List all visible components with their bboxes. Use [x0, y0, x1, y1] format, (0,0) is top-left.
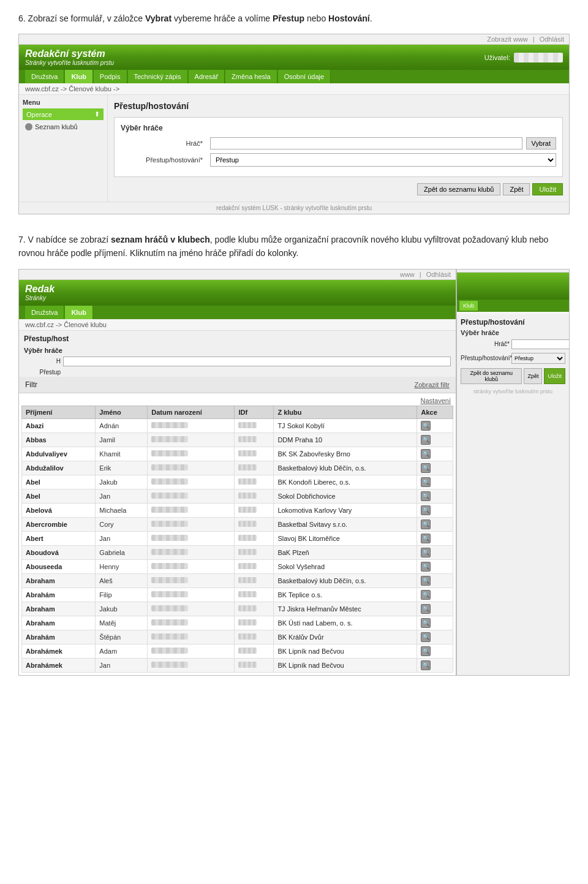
sc2-nav-druzstva[interactable]: Družstva — [25, 306, 64, 319]
table-row[interactable]: AbdužalilovErikBasketbalový klub Děčín, … — [22, 461, 453, 475]
sc2-right-zpet-btn[interactable]: Zpět — [524, 368, 542, 384]
action-search-icon[interactable]: 🔍 — [421, 435, 431, 445]
zpet-seznam-button[interactable]: Zpět do seznamu klubů — [417, 183, 500, 195]
cell-jmeno[interactable]: Jakub — [96, 475, 148, 489]
cell-jmeno[interactable]: Khamit — [96, 447, 148, 461]
cell-jmeno[interactable]: Jan — [96, 489, 148, 503]
action-search-icon[interactable]: 🔍 — [421, 576, 431, 586]
cell-akce[interactable]: 🔍 — [417, 658, 453, 672]
table-row[interactable]: AbelJanSokol Dobřichovice🔍 — [22, 489, 453, 503]
vybrat-button[interactable]: Vybrat — [526, 137, 556, 149]
cell-jmeno[interactable]: Jan — [96, 658, 148, 672]
table-row[interactable]: AbrahámekAdamBK Lipník nad Bečvou🔍 — [22, 644, 453, 658]
action-search-icon[interactable]: 🔍 — [421, 534, 431, 543]
table-row[interactable]: AbbasJamilDDM Praha 10🔍 — [22, 433, 453, 447]
action-search-icon[interactable]: 🔍 — [421, 505, 431, 515]
cell-akce[interactable]: 🔍 — [417, 517, 453, 531]
cell-akce[interactable]: 🔍 — [417, 630, 453, 644]
nav-podpis[interactable]: Podpis — [94, 70, 127, 83]
sidebar-seznam-klubu[interactable]: Seznam klubů — [23, 122, 104, 132]
action-search-icon[interactable]: 🔍 — [421, 548, 431, 557]
cell-akce[interactable]: 🔍 — [417, 531, 453, 545]
nav-technicky[interactable]: Technický zápis — [128, 70, 188, 83]
cell-akce[interactable]: 🔍 — [417, 602, 453, 616]
cell-jmeno[interactable]: Michaela — [96, 503, 148, 517]
action-search-icon[interactable]: 🔍 — [421, 463, 431, 473]
app1-topbar-www[interactable]: Zobrazit www — [487, 36, 528, 43]
table-row[interactable]: AbertJanSlavoj BK Litoměřice🔍 — [22, 531, 453, 545]
sc2-right-prestup-select[interactable]: Přestup — [511, 353, 565, 364]
cell-akce[interactable]: 🔍 — [417, 545, 453, 559]
table-row[interactable]: AbrahámFilipBK Teplice o.s.🔍 — [22, 587, 453, 602]
cell-jmeno[interactable]: Cory — [96, 517, 148, 531]
table-row[interactable]: AbouseedaHennySokol Vyšehrad🔍 — [22, 559, 453, 573]
nastaveni-link[interactable]: Nastavení — [420, 397, 451, 404]
cell-jmeno[interactable]: Gabriela — [96, 545, 148, 559]
zpet-button[interactable]: Zpět — [503, 183, 530, 195]
action-search-icon[interactable]: 🔍 — [421, 449, 431, 459]
cell-jmeno[interactable]: Adam — [96, 644, 148, 658]
cell-jmeno[interactable]: Henny — [96, 559, 148, 573]
table-row[interactable]: AbrahamMatějBK Ústí nad Labem, o. s.🔍 — [22, 616, 453, 630]
cell-jmeno[interactable]: Filip — [96, 587, 148, 602]
cell-akce[interactable]: 🔍 — [417, 616, 453, 630]
cell-akce[interactable]: 🔍 — [417, 573, 453, 587]
action-search-icon[interactable]: 🔍 — [421, 421, 431, 431]
cell-akce[interactable]: 🔍 — [417, 461, 453, 475]
nav-osobni[interactable]: Osobní údaje — [278, 70, 331, 83]
sc2-topbar-odhlasit[interactable]: Odhlásit — [426, 271, 451, 278]
cell-jmeno[interactable]: Jamil — [96, 433, 148, 447]
action-search-icon[interactable]: 🔍 — [421, 519, 431, 529]
cell-jmeno[interactable]: Erik — [96, 461, 148, 475]
cell-akce[interactable]: 🔍 — [417, 587, 453, 602]
action-search-icon[interactable]: 🔍 — [421, 660, 431, 670]
cell-akce[interactable]: 🔍 — [417, 433, 453, 447]
nav-adresar[interactable]: Adresář — [189, 70, 225, 83]
cell-jmeno[interactable]: Aleš — [96, 573, 148, 587]
table-row[interactable]: AbrahamJakubTJ Jiskra Heřmanův Městec🔍 — [22, 602, 453, 616]
cell-jmeno[interactable]: Jakub — [96, 602, 148, 616]
table-row[interactable]: AbelJakubBK Kondoři Liberec, o.s.🔍 — [22, 475, 453, 489]
sc2-right-hrac-input[interactable] — [511, 339, 570, 349]
cell-akce[interactable]: 🔍 — [417, 644, 453, 658]
cell-akce[interactable]: 🔍 — [417, 418, 453, 433]
table-row[interactable]: AbelováMichaelaLokomotiva Karlovy Vary🔍 — [22, 503, 453, 517]
sc2-nav-klub[interactable]: Klub — [65, 306, 92, 319]
nav-klub[interactable]: Klub — [65, 70, 92, 83]
sc2-right-zpet-seznam-btn[interactable]: Zpět do seznamu klubů — [461, 368, 522, 384]
hrac-input[interactable] — [210, 137, 522, 149]
table-row[interactable]: AbercrombieCoryBasketbal Svitavy s.r.o.🔍 — [22, 517, 453, 531]
table-row[interactable]: AbrahámŠtěpánBK Králův Dvůr🔍 — [22, 630, 453, 644]
table-row[interactable]: AbrahamAlešBasketbalový klub Děčín, o.s.… — [22, 573, 453, 587]
sc2-right-nav-item[interactable]: Klub — [459, 301, 478, 311]
action-search-icon[interactable]: 🔍 — [421, 477, 431, 487]
sc2-right-ulozit-btn[interactable]: Uložit — [544, 368, 565, 384]
nav-zmena[interactable]: Změna hesla — [225, 70, 277, 83]
cell-jmeno[interactable]: Jan — [96, 531, 148, 545]
cell-jmeno[interactable]: Matěj — [96, 616, 148, 630]
action-search-icon[interactable]: 🔍 — [421, 632, 431, 642]
action-search-icon[interactable]: 🔍 — [421, 590, 431, 600]
sc2-hrac-input[interactable] — [63, 357, 451, 366]
cell-akce[interactable]: 🔍 — [417, 503, 453, 517]
cell-jmeno[interactable]: Adnán — [96, 418, 148, 433]
cell-jmeno[interactable]: Štěpán — [96, 630, 148, 644]
sc2-topbar-www[interactable]: www — [400, 271, 415, 278]
action-search-icon[interactable]: 🔍 — [421, 491, 431, 501]
cell-akce[interactable]: 🔍 — [417, 447, 453, 461]
table-row[interactable]: AboudováGabrielaBaK Plzeň🔍 — [22, 545, 453, 559]
cell-akce[interactable]: 🔍 — [417, 559, 453, 573]
table-row[interactable]: AbdulvaliyevKhamitBK SK Žabovřesky Brno🔍 — [22, 447, 453, 461]
sidebar-operace[interactable]: Operace ⬆ — [23, 108, 104, 120]
cell-akce[interactable]: 🔍 — [417, 475, 453, 489]
app1-topbar-odhlasit[interactable]: Odhlásit — [540, 36, 564, 43]
action-search-icon[interactable]: 🔍 — [421, 646, 431, 656]
action-search-icon[interactable]: 🔍 — [421, 618, 431, 628]
cell-akce[interactable]: 🔍 — [417, 489, 453, 503]
sc2-filter-link[interactable]: Zobrazit filtr — [415, 381, 450, 388]
prestup-select[interactable]: Přestup — [210, 153, 556, 167]
table-row[interactable]: AbaziAdnánTJ Sokol Kobylí🔍 — [22, 418, 453, 433]
nav-druzstva[interactable]: Družstva — [25, 70, 64, 83]
ulozit-button[interactable]: Uložit — [532, 183, 563, 195]
table-row[interactable]: AbrahámekJanBK Lipník nad Bečvou🔍 — [22, 658, 453, 672]
